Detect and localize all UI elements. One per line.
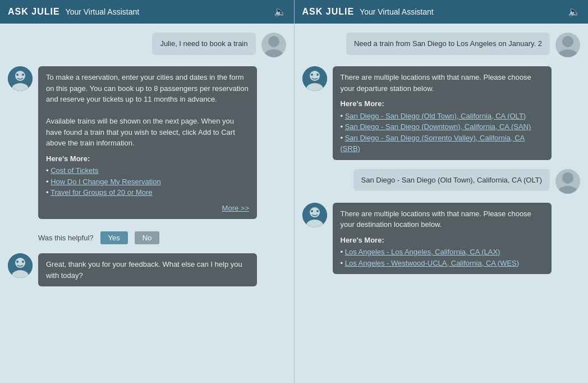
svg-point-12 [562, 36, 573, 47]
r-link-1-3[interactable]: San Diego - San Diego (Sorrento Valley),… [341, 134, 525, 153]
r2-link-2[interactable]: Los Angeles - Westwood-UCLA, California,… [345, 259, 519, 267]
r-link-1-1[interactable]: San Diego - San Diego (Old Town), Califo… [345, 112, 526, 120]
user-message-1: Julie, I need to book a train [8, 33, 286, 57]
right-bot-bubble-1: There are multiple locations with that n… [333, 66, 552, 160]
right-bot-message-2: There are multiple locations with that n… [302, 203, 581, 275]
svg-point-13 [558, 49, 578, 57]
right-bot-text-2: There are multiple locations with that n… [341, 209, 531, 229]
right-bot-message-1: There are multiple locations with that n… [302, 66, 581, 160]
r-bullet-1: • [341, 112, 345, 120]
link-bullet-1: • [46, 166, 50, 175]
bot-link-1-3[interactable]: Travel for Groups of 20 or More [50, 188, 153, 197]
right-user-bubble-1: Need a train from San Diego to Los Angel… [346, 33, 550, 55]
link-bullet-3: • [46, 188, 50, 197]
svg-point-6 [22, 74, 24, 76]
helpful-label: Was this helpful? [38, 234, 94, 242]
right-user-message-1: Need a train from San Diego to Los Angel… [302, 33, 581, 57]
right-user-avatar-1 [555, 33, 580, 57]
left-panel: ASK JULIE Your Virtual Assistant 🔈 Julie… [0, 0, 294, 383]
right-bot-bubble-2: There are multiple locations with that n… [333, 203, 552, 275]
bot-feedback-message: Great, thank you for your feedback. What… [8, 253, 286, 286]
bot-feedback-text: Great, thank you for your feedback. What… [46, 260, 242, 280]
more-link-1: More >> [46, 203, 249, 214]
here-more-label-1: Here's More: [46, 153, 249, 165]
right-panel-body: Need a train from San Diego to Los Angel… [295, 24, 589, 383]
r2-bullet-2: • [341, 259, 345, 267]
user-message-text-1: Julie, I need to book a train [160, 39, 247, 48]
r2-link-1[interactable]: Los Angeles - Los Angeles, California, C… [345, 248, 500, 256]
left-speaker-icon[interactable]: 🔈 [274, 6, 286, 18]
r2-bullet-1: • [341, 248, 345, 256]
user-bubble-1: Julie, I need to book a train [152, 33, 255, 55]
more-link-anchor-1[interactable]: More >> [222, 204, 249, 212]
svg-point-0 [268, 36, 279, 47]
right-speaker-icon[interactable]: 🔈 [568, 6, 580, 18]
bot-link-1-2[interactable]: How Do I Change My Reservation [50, 177, 161, 186]
right-user-text-1: Need a train from San Diego to Los Angel… [354, 39, 542, 48]
bot-avatar-1 [8, 66, 33, 91]
left-brand: ASK JULIE [8, 7, 60, 17]
bot-avatar-feedback [8, 253, 33, 278]
r-bullet-3: • [341, 134, 345, 142]
svg-point-17 [311, 74, 313, 76]
bot-feedback-bubble: Great, thank you for your feedback. What… [38, 253, 257, 286]
user-avatar-1 [261, 33, 286, 57]
svg-point-10 [16, 261, 19, 263]
bot-link-1-1[interactable]: Cost of Tickets [50, 166, 98, 175]
right-brand: ASK JULIE [302, 7, 355, 17]
right-subtitle: Your Virtual Assistant [360, 7, 434, 16]
svg-point-19 [562, 172, 573, 184]
left-panel-body: Julie, I need to book a train To make a … [0, 24, 294, 383]
left-header: ASK JULIE Your Virtual Assistant 🔈 [0, 0, 294, 24]
bot-links-1: • Cost of Tickets • How Do I Change My R… [46, 165, 249, 198]
left-subtitle: Your Virtual Assistant [66, 7, 140, 16]
right-panel: ASK JULIE Your Virtual Assistant 🔈 Need … [295, 0, 589, 383]
right-bot-links-1: • San Diego - San Diego (Old Town), Cali… [341, 111, 544, 154]
right-bot-text-1: There are multiple locations with that n… [341, 73, 531, 93]
r-link-1-2[interactable]: San Diego - San Diego (Downtown), Califo… [345, 122, 531, 131]
right-here-more-1: Here's More: [341, 98, 544, 110]
svg-point-11 [22, 261, 24, 263]
svg-point-20 [558, 186, 578, 194]
right-here-more-2: Here's More: [341, 235, 544, 246]
svg-point-18 [316, 74, 319, 76]
right-user-text-2: San Diego - San Diego (Old Town), Califo… [361, 176, 543, 184]
helpful-row: Was this helpful? Yes No [8, 228, 286, 244]
right-bot-avatar-1 [302, 66, 327, 91]
svg-point-25 [316, 210, 319, 212]
yes-button[interactable]: Yes [100, 231, 128, 244]
right-bot-avatar-2 [302, 203, 327, 227]
link-bullet-2: • [46, 177, 50, 186]
right-user-message-2: San Diego - San Diego (Old Town), Califo… [302, 169, 581, 194]
no-button[interactable]: No [135, 231, 160, 244]
right-user-bubble-2: San Diego - San Diego (Old Town), Califo… [353, 169, 550, 191]
bot-message-text-1: To make a reservation, enter your cities… [46, 73, 249, 147]
right-user-avatar-2 [555, 169, 580, 194]
svg-point-1 [264, 49, 284, 57]
svg-point-5 [16, 74, 19, 76]
bot-message-1: To make a reservation, enter your cities… [8, 66, 286, 219]
right-header: ASK JULIE Your Virtual Assistant 🔈 [295, 0, 589, 24]
bot-bubble-1: To make a reservation, enter your cities… [38, 66, 257, 219]
svg-point-24 [311, 210, 313, 212]
right-bot-links-2: • Los Angeles - Los Angeles, California,… [341, 247, 544, 268]
r-bullet-2: • [341, 122, 345, 131]
